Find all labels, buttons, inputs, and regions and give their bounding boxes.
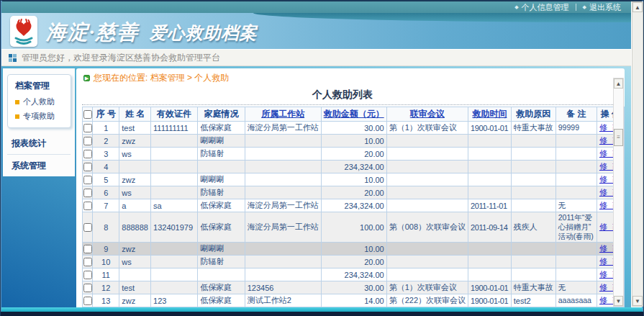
cell-meeting [386, 199, 468, 212]
cell-name: 888888 [119, 212, 151, 243]
cell-name: zwz [119, 135, 151, 148]
header-decoration [253, 13, 631, 22]
table-row: 11 234,324.00 修 改 [83, 268, 625, 281]
row-checkbox[interactable] [83, 223, 92, 232]
table-row: 1 test 111111111 低保家庭 海淀分局第一工作站 30.00 第（… [83, 122, 625, 135]
cell-station: 海淀分局第一工作站 [245, 199, 321, 212]
page-scroll-up-icon[interactable]: ▲ [632, 2, 643, 12]
cell-amount: 10.00 [321, 173, 386, 186]
cell-index: 2 [93, 135, 119, 148]
cell-station [245, 243, 321, 256]
cell-id [151, 281, 198, 294]
cell-name: zwz [119, 294, 151, 307]
table-row: 8 888888 132401979 低保家庭 海淀分局第一工作站 100.00… [83, 212, 625, 243]
cell-reason [511, 268, 555, 281]
cell-index: 12 [93, 281, 119, 294]
cell-station: 123456 [245, 281, 321, 294]
cell-id [151, 135, 198, 148]
row-checkbox[interactable] [83, 245, 92, 253]
row-checkbox[interactable] [83, 189, 92, 197]
row-checkbox[interactable] [83, 176, 92, 184]
cell-note [555, 268, 597, 281]
cell-amount: 20.00 [321, 148, 386, 161]
brand-title: 海淀·慈善 [46, 21, 139, 43]
scroll-down-icon[interactable]: ▼ [614, 296, 623, 306]
diamond-icon: ◆ [514, 4, 518, 10]
cell-date [468, 161, 512, 173]
cell-index: 7 [93, 199, 119, 212]
top-link-profile[interactable]: ◆ 个人信息管理 [514, 2, 568, 13]
cell-family: 唰唰唰 [198, 173, 245, 186]
top-link-logout[interactable]: ◆ 退出系统 [583, 2, 621, 13]
sidebar-section-reports[interactable]: 报表统计 [3, 132, 75, 154]
cell-id: sa [151, 199, 198, 212]
cell-family: 防辐射 [198, 256, 245, 268]
row-checkbox[interactable] [83, 284, 92, 292]
brand-subtitle: 爱心救助档案 [149, 24, 257, 42]
row-checkbox[interactable] [83, 124, 92, 132]
table-scrollbar[interactable]: ▲ ≡ ▼ [613, 78, 624, 307]
cell-meeting [386, 135, 468, 148]
cell-index: 4 [93, 161, 119, 173]
cell-index: 9 [93, 243, 119, 256]
col-header-date[interactable]: 救助时间 [472, 109, 507, 119]
cell-meeting: 第（008）次联审会议 [386, 212, 468, 243]
cell-note [555, 243, 597, 256]
cell-family: 唰唰唰 [198, 135, 245, 148]
row-checkbox[interactable] [83, 150, 92, 158]
scroll-up-icon[interactable]: ▲ [614, 78, 623, 89]
row-checkbox[interactable] [83, 297, 92, 305]
cell-reason [511, 173, 555, 186]
cell-index: 6 [93, 186, 119, 199]
cell-meeting [386, 148, 468, 161]
cell-reason: 特重大事故 [511, 122, 555, 135]
cell-date [468, 173, 512, 186]
cell-note: 2011年“爱心捐赠月”活动(春雨) [555, 212, 597, 243]
sidebar-item-personal-rescue[interactable]: 个人救助 [15, 96, 71, 107]
cell-note: aaaasaaa [555, 294, 597, 307]
cell-name: test [119, 122, 151, 135]
table-row: 9 zwz 唰唰唰 10.00 修 改 [83, 243, 625, 256]
cell-station [245, 186, 321, 199]
col-header-station[interactable]: 所属工作站 [261, 109, 304, 119]
top-bar: ◆ 个人信息管理 ◆ 退出系统 [1, 1, 631, 13]
cell-reason: 特重大事故 [511, 281, 555, 294]
cell-note [555, 135, 597, 148]
cell-station: 海淀分局第一工作站 [245, 212, 321, 243]
cell-station: 测试工作站2 [245, 294, 321, 307]
cell-date [468, 135, 512, 148]
table-scrollbar-thumb[interactable]: ≡ [614, 129, 623, 146]
top-link-logout-label: 退出系统 [589, 2, 621, 13]
cell-date: 2011-11-01 [468, 199, 512, 212]
page-scrollbar[interactable]: ▲ ▼ [632, 1, 643, 307]
cell-family: 低保家庭 [198, 199, 245, 212]
cell-note: 99999 [555, 122, 597, 135]
sidebar-section-system[interactable]: 系统管理 [3, 155, 75, 176]
cell-id [151, 186, 198, 199]
sidebar-section-archive[interactable]: 档案管理 [15, 80, 71, 92]
row-checkbox[interactable] [83, 271, 92, 279]
cell-amount: 10.00 [321, 135, 386, 148]
sidebar-item-special-rescue[interactable]: 专项救助 [15, 111, 71, 122]
row-checkbox[interactable] [83, 202, 92, 210]
cell-family [198, 268, 245, 281]
row-checkbox[interactable] [83, 163, 92, 171]
cell-name: ws [119, 148, 151, 161]
row-checkbox[interactable] [83, 258, 92, 266]
cell-date [468, 256, 512, 268]
cell-index: 11 [93, 268, 119, 281]
page-scroll-down-icon[interactable]: ▼ [632, 296, 643, 306]
dotted-divider [82, 104, 614, 105]
table-row: 7 a sa 低保家庭 海淀分局第一工作站 234,324.00 2011-11… [83, 199, 625, 212]
cell-amount: 234,324.00 [321, 199, 386, 212]
cell-reason [511, 148, 555, 161]
sidebar-item-label: 个人救助 [23, 96, 55, 107]
col-header-amount[interactable]: 救助金额（元） [324, 109, 384, 119]
col-header-note: 备 注 [555, 107, 597, 122]
select-all-checkbox[interactable] [83, 110, 92, 119]
cell-family: 防辐射 [198, 148, 245, 161]
cell-index: 13 [93, 294, 119, 307]
cell-station [245, 256, 321, 268]
row-checkbox[interactable] [83, 137, 92, 145]
col-header-meeting[interactable]: 联审会议 [410, 109, 445, 119]
